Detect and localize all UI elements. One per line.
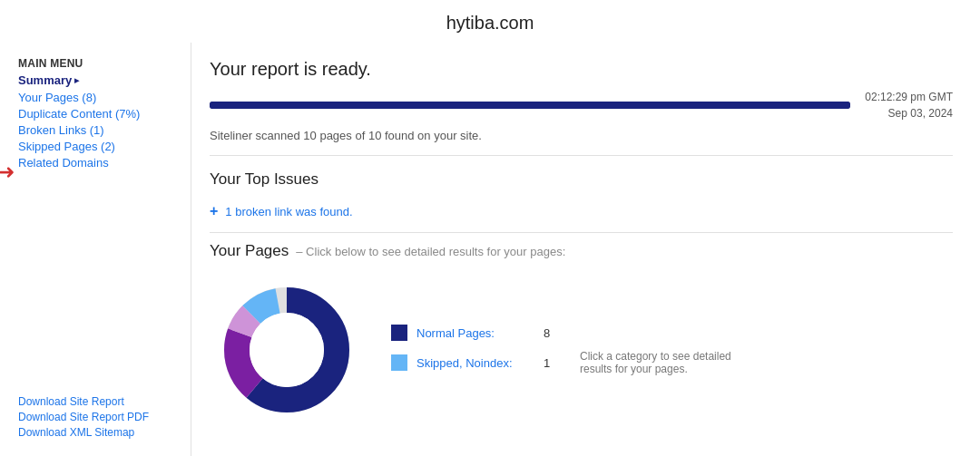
issue-item: + 1 broken link was found.	[210, 203, 953, 219]
svg-rect-6	[391, 325, 407, 341]
skipped-value: 1	[544, 356, 562, 370]
nav-broken-links[interactable]: Broken Links (1)	[18, 123, 172, 137]
nav-your-pages[interactable]: Your Pages (8)	[18, 91, 172, 104]
progress-bar-wrap	[210, 102, 850, 109]
progress-bar-container: 02:12:29 pm GMT Sep 03, 2024	[210, 89, 953, 121]
top-issues-title: Your Top Issues	[210, 170, 953, 189]
normal-pages-swatch	[391, 325, 407, 341]
download-report-link[interactable]: Download Site Report	[18, 395, 149, 408]
timestamp: 02:12:29 pm GMT Sep 03, 2024	[865, 89, 953, 121]
page-title: hytiba.com	[0, 0, 980, 43]
sidebar-bottom-links: Download Site Report Download Site Repor…	[18, 395, 149, 441]
legend-normal-pages: Normal Pages: 8	[391, 325, 743, 341]
summary-label: Summary	[18, 73, 72, 87]
top-issues-box: + 1 broken link was found.	[210, 198, 953, 233]
chart-legend: Normal Pages: 8 Skipped, Noindex: 1 Clic…	[391, 325, 743, 375]
skipped-swatch	[391, 354, 407, 371]
sidebar: MAIN MENU Summary ▸ Your Pages (8) Dupli…	[0, 43, 191, 456]
download-pdf-link[interactable]: Download Site Report PDF	[18, 411, 149, 423]
nav-duplicate-content[interactable]: Duplicate Content (7%)	[18, 107, 172, 121]
legend-note: Click a category to see detailed results…	[580, 350, 743, 375]
legend-skipped: Skipped, Noindex: 1 Click a category to …	[391, 350, 743, 375]
svg-rect-7	[391, 354, 407, 371]
main-content: Your report is ready. 02:12:29 pm GMT Se…	[191, 43, 980, 456]
download-sitemap-link[interactable]: Download XML Sitemap	[18, 426, 149, 439]
arrow-indicator: ➜	[0, 160, 15, 184]
normal-pages-value: 8	[544, 326, 562, 340]
normal-pages-label[interactable]: Normal Pages:	[416, 326, 534, 340]
your-pages-subtitle: – Click below to see detailed results fo…	[296, 245, 565, 258]
your-pages-header: Your Pages – Click below to see detailed…	[210, 242, 953, 260]
nav-skipped-pages[interactable]: Skipped Pages (2)	[18, 140, 172, 153]
nav-related-domains[interactable]: Related Domains	[18, 156, 172, 170]
issue-text[interactable]: 1 broken link was found.	[225, 205, 352, 218]
summary-triangle: ▸	[74, 75, 79, 85]
pages-content: Normal Pages: 8 Skipped, Noindex: 1 Clic…	[210, 273, 953, 427]
svg-point-5	[250, 313, 324, 387]
donut-svg	[210, 273, 364, 427]
scan-info: Siteliner scanned 10 pages of 10 found o…	[210, 129, 953, 156]
donut-chart[interactable]	[210, 273, 364, 427]
report-ready-title: Your report is ready.	[210, 59, 953, 80]
issue-plus: +	[210, 203, 218, 219]
summary-link[interactable]: Summary ▸	[18, 73, 172, 87]
your-pages-title: Your Pages	[210, 242, 289, 260]
main-menu-label: MAIN MENU	[18, 57, 172, 70]
progress-bar-fill	[210, 102, 850, 109]
skipped-label[interactable]: Skipped, Noindex:	[416, 356, 534, 370]
